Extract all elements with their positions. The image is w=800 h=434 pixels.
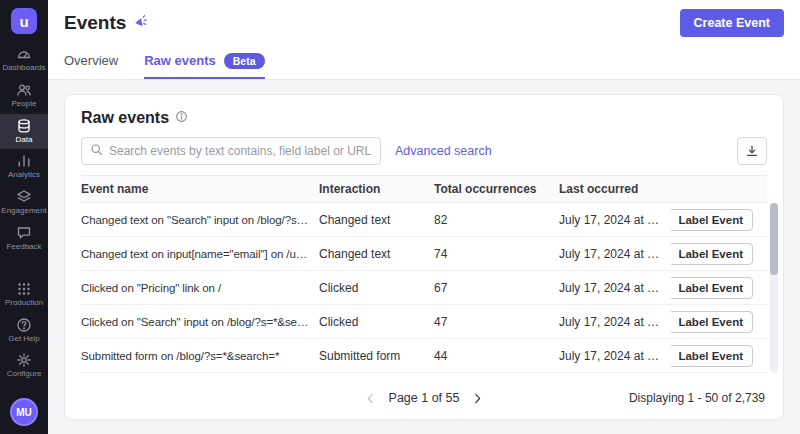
table-header-row: Event name Interaction Total occurrences… [81,175,767,203]
next-page-button[interactable] [469,390,486,407]
event-name-cell: Changed text on "Search" input on /blog/… [81,214,319,226]
info-icon [175,109,188,127]
data-icon [16,118,32,134]
scrollbar-thumb[interactable] [770,203,778,275]
occurrences-cell: 74 [434,247,559,261]
engagement-icon [16,189,32,205]
occurrences-cell: 44 [434,349,559,363]
interaction-cell: Changed text [319,213,434,227]
table-row: Clicked on "Pricing" link on / Clicked 6… [81,271,767,305]
table-toolbar: Advanced search [81,137,767,165]
userpilot-logo[interactable]: u [11,8,37,34]
table-body: Changed text on "Search" input on /blog/… [81,203,767,373]
pagination-bar: Page 1 of 55 Displaying 1 - 50 of 2,739 [81,377,767,419]
occurrences-cell: 47 [434,315,559,329]
event-name-cell: Clicked on "Pricing" link on / [81,282,319,294]
column-header-total-occurrences: Total occurrences [434,182,559,196]
table-row: Changed text on "Search" input on /blog/… [81,203,767,237]
search-input[interactable] [109,144,372,158]
page-title: Events [64,12,126,34]
analytics-icon [16,153,32,169]
last-occurred-cell: July 17, 2024 at 10... [559,315,671,329]
app-window: u Dashboards People Data Analytics Engag… [0,0,800,434]
interaction-cell: Clicked [319,315,434,329]
search-icon [90,142,103,160]
beta-badge: Beta [224,53,265,69]
last-occurred-cell: July 17, 2024 at 10... [559,349,671,363]
sidebar-item-production[interactable]: Production [0,277,48,313]
page-content: Raw events Advanced search Event name In… [48,80,800,434]
interaction-cell: Changed text [319,247,434,261]
sidebar-item-engagement[interactable]: Engagement [0,185,48,221]
search-box [81,137,381,165]
sidebar-item-data[interactable]: Data [0,114,48,150]
configure-icon [16,352,32,368]
user-avatar[interactable]: MU [10,398,38,426]
tab-bar: Overview Raw events Beta [48,46,800,80]
dashboards-icon [16,46,32,62]
sidebar-item-analytics[interactable]: Analytics [0,149,48,185]
column-header-last-occurred: Last occurred [559,182,671,196]
last-occurred-cell: July 17, 2024 at 10... [559,281,671,295]
people-icon [16,82,32,98]
announcement-icon [133,14,148,33]
displaying-count: Displaying 1 - 50 of 2,739 [629,391,765,405]
occurrences-cell: 67 [434,281,559,295]
production-icon [16,281,32,297]
raw-events-card: Raw events Advanced search Event name In… [64,94,784,420]
table-row: Clicked on "Search" input on /blog/?s=*&… [81,305,767,339]
card-title: Raw events [81,109,169,127]
interaction-cell: Submitted form [319,349,434,363]
event-name-cell: Changed text on input[name="email"] on /… [81,248,319,260]
sidebar-item-dashboards[interactable]: Dashboards [0,42,48,78]
feedback-icon [16,225,32,241]
sidebar-item-get-help[interactable]: Get Help [0,313,48,349]
events-table: Event name Interaction Total occurrences… [81,175,767,373]
label-event-button[interactable]: Label Event [671,243,753,265]
tab-raw-events[interactable]: Raw events Beta [144,46,264,79]
label-event-button[interactable]: Label Event [671,277,753,299]
page-header: Events Create Event [48,0,800,46]
sidebar: u Dashboards People Data Analytics Engag… [0,0,48,434]
table-scrollbar[interactable] [770,203,778,373]
label-event-button[interactable]: Label Event [671,311,753,333]
advanced-search-link[interactable]: Advanced search [395,144,492,158]
tab-overview[interactable]: Overview [64,46,118,79]
table-row: Changed text on input[name="email"] on /… [81,237,767,271]
last-occurred-cell: July 17, 2024 at 05... [559,247,671,261]
column-header-event-name: Event name [81,182,319,196]
prev-page-button[interactable] [362,390,379,407]
main-area: Events Create Event Overview Raw events … [48,0,800,434]
sidebar-item-people[interactable]: People [0,78,48,114]
event-name-cell: Submitted form on /blog/?s=*&search=* [81,350,319,362]
help-icon [16,317,32,333]
sidebar-item-feedback[interactable]: Feedback [0,221,48,257]
column-header-interaction: Interaction [319,182,434,196]
page-indicator: Page 1 of 55 [389,391,460,405]
event-name-cell: Clicked on "Search" input on /blog/?s=*&… [81,316,319,328]
download-button[interactable] [737,137,767,165]
occurrences-cell: 82 [434,213,559,227]
label-event-button[interactable]: Label Event [671,345,753,367]
sidebar-item-configure[interactable]: Configure [0,348,48,384]
label-event-button[interactable]: Label Event [671,209,753,231]
interaction-cell: Clicked [319,281,434,295]
create-event-button[interactable]: Create Event [680,9,784,37]
table-row: Submitted form on /blog/?s=*&search=* Su… [81,339,767,373]
last-occurred-cell: July 17, 2024 at 10... [559,213,671,227]
